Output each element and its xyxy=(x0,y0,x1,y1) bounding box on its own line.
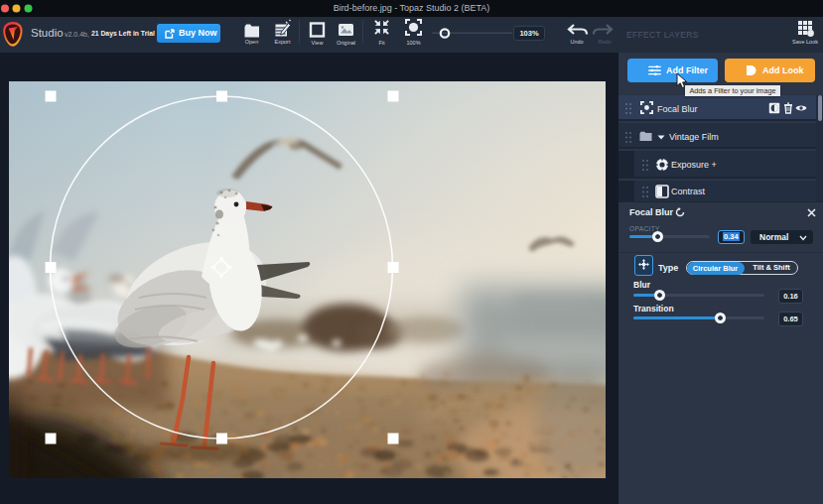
svg-text:100%: 100% xyxy=(406,40,420,46)
svg-text:Redo: Redo xyxy=(598,39,611,45)
svg-text:Undo: Undo xyxy=(570,39,583,45)
svg-text:Fit: Fit xyxy=(378,40,385,46)
svg-text:View: View xyxy=(312,40,324,46)
svg-text:Original: Original xyxy=(337,40,355,46)
svg-text:Export: Export xyxy=(275,39,291,45)
svg-text:Save Look: Save Look xyxy=(792,39,818,45)
svg-text:Open: Open xyxy=(245,39,258,45)
